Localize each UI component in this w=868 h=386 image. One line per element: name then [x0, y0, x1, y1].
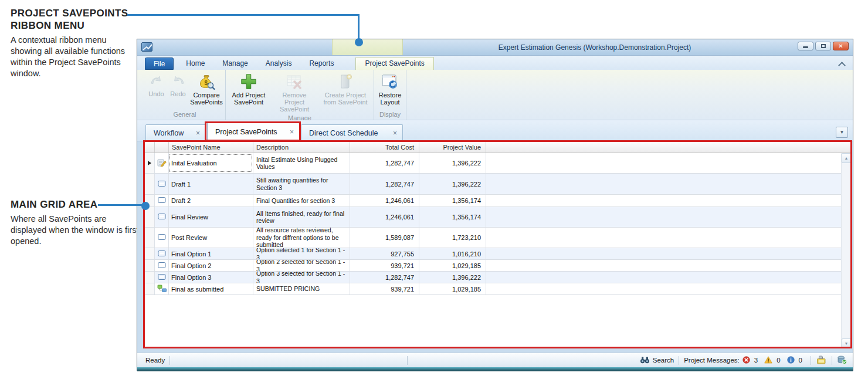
- add-project-savepoint-button[interactable]: Add Project SavePoint: [227, 71, 270, 107]
- table-row[interactable]: Draft 1 Still awaiting quantities for Se…: [145, 174, 851, 195]
- doc-tab-project-savepoints[interactable]: Project SavePoints ×: [207, 123, 300, 141]
- tab-manage[interactable]: Manage: [213, 57, 256, 70]
- table-row[interactable]: Final as submitted SUBMITTED PRICING 939…: [145, 283, 851, 295]
- savepoint-name-cell[interactable]: Post Review: [169, 228, 253, 248]
- database-status-button[interactable]: [837, 355, 847, 365]
- savepoint-icon: [158, 233, 166, 242]
- tab-file[interactable]: File: [145, 57, 174, 70]
- total-cost-cell[interactable]: 1,246,061: [350, 195, 419, 206]
- savepoint-description-cell[interactable]: SUBMITTED PRICING: [253, 283, 350, 294]
- savepoint-description-cell[interactable]: All resource rates reviewed, ready for d…: [253, 228, 350, 248]
- app-icon[interactable]: [141, 42, 152, 52]
- current-row-arrow-icon: [148, 161, 151, 165]
- info-icon: [787, 356, 795, 365]
- tab-project-savepoints[interactable]: Project SavePoints: [355, 57, 433, 70]
- add-project-savepoint-label: Add Project SavePoint: [229, 92, 269, 106]
- savepoint-name-cell[interactable]: Draft 1: [169, 174, 253, 194]
- row-indicator: [145, 228, 155, 248]
- scroll-up-button[interactable]: ▲: [842, 153, 851, 163]
- tab-overflow-button[interactable]: ▼: [836, 127, 848, 138]
- restore-layout-button[interactable]: Restore Layout: [375, 71, 405, 107]
- savepoint-description-cell[interactable]: Inital Estimate Using Plugged Values: [253, 153, 350, 173]
- project-value-cell[interactable]: 1,723,210: [419, 228, 486, 248]
- table-row[interactable]: Post Review All resource rates reviewed,…: [145, 228, 851, 248]
- minimize-button[interactable]: [798, 42, 813, 50]
- doc-tab-workflow[interactable]: Workflow ×: [145, 124, 206, 141]
- ribbon-callout-title-line2: RIBBON MENU: [11, 19, 135, 32]
- total-cost-cell[interactable]: 1,282,747: [350, 153, 419, 173]
- table-row[interactable]: Inital Evaluation Inital Estimate Using …: [145, 153, 851, 174]
- project-value-cell[interactable]: 1,396,222: [419, 272, 486, 283]
- grid-callout-line: [98, 204, 144, 206]
- project-value-cell[interactable]: 1,016,210: [419, 248, 486, 259]
- project-messages[interactable]: Project Messages: 3 0 0: [684, 356, 806, 365]
- savepoint-description-cell[interactable]: Option selected 1 for Section 1 - 3: [253, 248, 350, 259]
- scroll-down-button[interactable]: ▼: [842, 338, 851, 348]
- table-row[interactable]: Final Review All Items finished, ready f…: [145, 207, 851, 228]
- savepoint-name-cell[interactable]: Final Review: [169, 207, 253, 227]
- vertical-scrollbar[interactable]: ▲ ▼: [841, 153, 851, 348]
- tab-home[interactable]: Home: [177, 57, 213, 70]
- total-cost-cell[interactable]: 939,721: [350, 260, 419, 271]
- total-cost-cell[interactable]: 1,589,087: [350, 228, 419, 248]
- compare-savepoints-button[interactable]: $ Compare SavePoints: [189, 71, 224, 107]
- column-header-savepoint-name[interactable]: SavePoint Name: [169, 141, 253, 153]
- savepoint-name-cell[interactable]: Final Option 3: [169, 272, 253, 283]
- maximize-button[interactable]: [815, 42, 831, 50]
- table-row[interactable]: Draft 2 Final Quantities for section 3 1…: [145, 195, 851, 207]
- create-project-from-savepoint-button[interactable]: Create Project from SavePoint: [318, 71, 372, 107]
- savepoint-name-cell[interactable]: Final Option 1: [169, 248, 253, 259]
- project-value-cell[interactable]: 1,396,222: [419, 174, 486, 194]
- table-row[interactable]: Final Option 3 Option 3 selected for Sec…: [145, 272, 851, 283]
- collapse-ribbon-icon[interactable]: [839, 61, 845, 66]
- project-value-cell[interactable]: 1,029,185: [419, 283, 486, 294]
- search-button[interactable]: Search: [640, 356, 674, 365]
- column-header-description[interactable]: Description: [253, 141, 350, 153]
- row-type-icon-cell: [155, 207, 169, 227]
- column-header-project-value[interactable]: Project Value: [419, 141, 486, 153]
- savepoint-name-cell[interactable]: Draft 2: [169, 195, 253, 206]
- savepoint-description-cell[interactable]: All Items finished, ready for final revi…: [253, 207, 350, 227]
- ribbon-group-general: Undo Redo $: [144, 70, 226, 120]
- project-value-cell[interactable]: 1,396,222: [419, 153, 486, 173]
- table-row[interactable]: Final Option 1 Option selected 1 for Sec…: [145, 248, 851, 260]
- total-cost-cell[interactable]: 927,755: [350, 248, 419, 259]
- minimize-icon: [803, 46, 808, 48]
- savepoint-name-cell[interactable]: Inital Evaluation: [169, 153, 253, 173]
- total-cost-cell[interactable]: 1,282,747: [350, 272, 419, 283]
- savepoint-description-cell[interactable]: Option 3 selected for Section 1 - 3: [253, 272, 350, 283]
- tab-reports[interactable]: Reports: [300, 57, 343, 70]
- window-controls: ✕: [798, 42, 849, 50]
- create-project-icon: [337, 72, 354, 91]
- project-value-cell[interactable]: 1,029,185: [419, 260, 486, 271]
- savepoint-name-cell[interactable]: Final as submitted: [169, 283, 253, 294]
- row-type-icon-cell: [155, 195, 169, 206]
- svg-text:$: $: [205, 80, 208, 86]
- project-value-cell[interactable]: 1,356,174: [419, 195, 486, 206]
- ribbon-tab-bar: File Home Manage Analysis Reports Projec…: [137, 56, 853, 70]
- redo-button[interactable]: Redo: [167, 71, 189, 99]
- tab-analysis[interactable]: Analysis: [257, 57, 301, 70]
- page: PROJECT SAVEPOINTS RIBBON MENU A context…: [0, 0, 868, 386]
- undo-button[interactable]: Undo: [145, 71, 167, 99]
- add-icon: [240, 72, 257, 91]
- close-tab-icon[interactable]: ×: [196, 129, 200, 137]
- savepoint-name-cell[interactable]: Final Option 2: [169, 260, 253, 271]
- savepoint-icon: [158, 273, 166, 282]
- savepoint-description-cell[interactable]: Final Quantities for section 3: [253, 195, 350, 206]
- project-value-cell[interactable]: 1,356,174: [419, 207, 486, 227]
- column-header-total-cost[interactable]: Total Cost: [350, 141, 419, 153]
- doc-tab-direct-cost-schedule[interactable]: Direct Cost Schedule ×: [301, 124, 403, 141]
- remove-project-savepoint-button[interactable]: Remove Project SavePoint: [270, 71, 318, 114]
- close-button[interactable]: ✕: [833, 42, 849, 50]
- close-tab-icon[interactable]: ×: [393, 129, 397, 137]
- project-lock-button[interactable]: [816, 355, 827, 365]
- total-cost-cell[interactable]: 1,246,061: [350, 207, 419, 227]
- savepoint-description-cell[interactable]: Option 2 selected for Section 1 - 3: [253, 260, 350, 271]
- restore-layout-label: Restore Layout: [377, 92, 403, 106]
- savepoint-description-cell[interactable]: Still awaiting quantities for Section 3: [253, 174, 350, 194]
- close-tab-icon[interactable]: ×: [290, 128, 294, 136]
- table-row[interactable]: Final Option 2 Option 2 selected for Sec…: [145, 260, 851, 272]
- total-cost-cell[interactable]: 1,282,747: [350, 174, 419, 194]
- total-cost-cell[interactable]: 939,721: [350, 283, 419, 294]
